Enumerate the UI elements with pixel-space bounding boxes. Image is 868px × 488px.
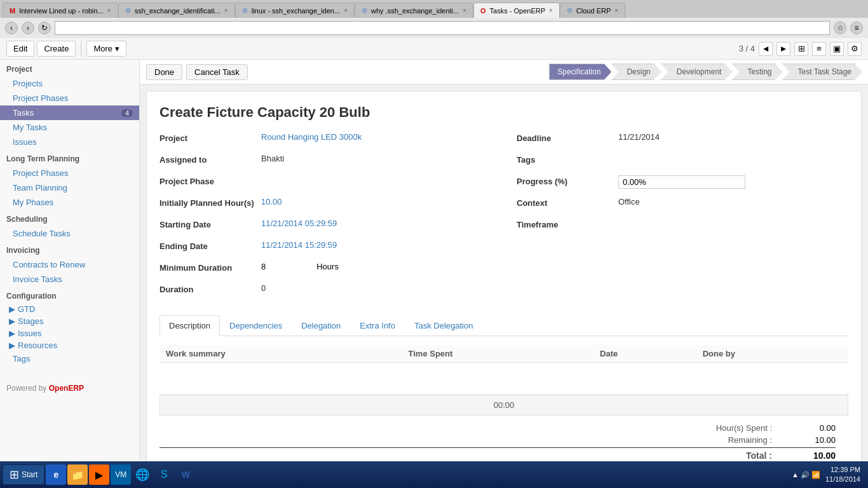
empty-row bbox=[159, 363, 848, 395]
sidebar-item-schedule-tasks[interactable]: Schedule Tasks bbox=[0, 226, 139, 241]
stage-test-task[interactable]: Test Task Stage bbox=[782, 64, 863, 80]
done-button[interactable]: Done bbox=[146, 64, 182, 80]
tab-extra-info[interactable]: Extra Info bbox=[350, 315, 405, 336]
total-label: Total : bbox=[746, 451, 772, 461]
action-bar: Done Cancel Task Specification Design De… bbox=[140, 60, 868, 85]
taskbar: ⊞ Start e 📁 ▶ VM 🌐 S W ▲ 🔊 📶 12:39 PM 11… bbox=[0, 461, 868, 488]
taskbar-skype[interactable]: S bbox=[154, 464, 174, 485]
sidebar-section-scheduling: Scheduling bbox=[0, 210, 139, 226]
stage-design[interactable]: Design bbox=[611, 64, 661, 80]
tab-cloud[interactable]: ⊛ Cloud ERP × bbox=[560, 3, 625, 18]
tab-ssh3[interactable]: ⊛ why .ssh_exchange_identi... × bbox=[355, 3, 473, 18]
sidebar-item-tags[interactable]: Tags bbox=[0, 351, 139, 366]
taskbar-ie[interactable]: e bbox=[46, 464, 66, 485]
min-duration-label: Minimum Duration bbox=[159, 262, 261, 273]
form-fields: Project Round Hanging LED 3000k Assigned… bbox=[159, 132, 848, 305]
sidebar-item-invoice-tasks[interactable]: Invoice Tasks bbox=[0, 272, 139, 287]
edit-button[interactable]: Edit bbox=[6, 41, 34, 57]
close-icon[interactable]: × bbox=[107, 7, 111, 14]
initially-planned-value: 10.00 bbox=[261, 197, 491, 207]
assigned-to-field-row: Assigned to Bhakti bbox=[159, 154, 491, 169]
taskbar-media[interactable]: ▶ bbox=[89, 464, 109, 485]
sidebar-item-contracts[interactable]: Contracts to Renew bbox=[0, 257, 139, 272]
duration-label: Duration bbox=[159, 283, 261, 294]
tab-ssh1[interactable]: ⊛ ssh_exchange_identificati... × bbox=[118, 3, 235, 18]
task-form: Create Ficture Capacity 20 Bulb Project … bbox=[146, 91, 862, 483]
forward-button[interactable]: › bbox=[22, 22, 34, 34]
close-icon[interactable]: × bbox=[614, 7, 618, 14]
stage-testing[interactable]: Testing bbox=[731, 64, 782, 80]
close-icon[interactable]: × bbox=[549, 7, 553, 14]
progress-input[interactable] bbox=[618, 175, 745, 189]
form-title: Create Ficture Capacity 20 Bulb bbox=[159, 104, 848, 121]
progress-value-container bbox=[618, 175, 745, 189]
next-page-button[interactable]: ► bbox=[776, 42, 790, 56]
sidebar-item-stages[interactable]: ▶ Stages bbox=[0, 315, 139, 327]
tab-dependencies[interactable]: Dependencies bbox=[220, 315, 292, 336]
context-value: Office bbox=[618, 197, 848, 207]
initially-planned-label: Initially Planned Hour(s) bbox=[159, 197, 261, 208]
sidebar-item-my-tasks[interactable]: My Tasks bbox=[0, 120, 139, 135]
project-value[interactable]: Round Hanging LED 3000k bbox=[261, 132, 491, 142]
sidebar-item-tasks[interactable]: Tasks 4 bbox=[0, 105, 139, 120]
tab-icon: ⊛ bbox=[242, 6, 248, 15]
project-phase-field-row: Project Phase bbox=[159, 175, 491, 191]
sidebar-item-my-phases[interactable]: My Phases bbox=[0, 195, 139, 210]
sidebar-item-issues[interactable]: Issues bbox=[0, 135, 139, 149]
remaining-row: Remaining : 10.00 bbox=[159, 435, 836, 445]
taskbar-folder[interactable]: 📁 bbox=[67, 464, 88, 485]
form-view-button[interactable]: ▣ bbox=[830, 42, 844, 56]
col-work-summary: Work summary bbox=[159, 345, 402, 363]
timeframe-field-row: Timeframe bbox=[517, 219, 848, 234]
tab-gmail[interactable]: M Interview Lined up - robin... × bbox=[3, 3, 118, 18]
list-view-button[interactable]: ≡ bbox=[812, 42, 826, 56]
total-value: 10.00 bbox=[797, 451, 836, 461]
work-summary-table: Work summary Time Spent Date Done by bbox=[159, 345, 848, 395]
grid-view-button[interactable]: ⊞ bbox=[794, 42, 808, 56]
taskbar-word[interactable]: W bbox=[175, 464, 196, 485]
start-button[interactable]: ⊞ Start bbox=[3, 464, 44, 485]
tags-label: Tags bbox=[517, 154, 618, 165]
arrow-icon: ▶ bbox=[9, 329, 15, 338]
ending-date-label: Ending Date bbox=[159, 240, 261, 251]
page-info: 3 / 4 bbox=[739, 44, 755, 53]
stage-development[interactable]: Development bbox=[661, 64, 733, 80]
tab-label: Interview Lined up - robin... bbox=[19, 7, 104, 15]
tab-openerp[interactable]: O Tasks - OpenERP × bbox=[473, 3, 560, 18]
project-phase-label: Project Phase bbox=[159, 175, 261, 186]
address-bar-input[interactable]: 192.168.1.23:8069/?db=test_project#id=12… bbox=[55, 21, 830, 35]
sidebar-item-ltp-phases[interactable]: Project Phases bbox=[0, 166, 139, 180]
refresh-button[interactable]: ↻ bbox=[38, 22, 51, 34]
prev-page-button[interactable]: ◄ bbox=[759, 42, 773, 56]
bookmark-button[interactable]: ☆ bbox=[834, 22, 846, 34]
taskbar-vm[interactable]: VM bbox=[111, 464, 131, 485]
sidebar-item-team-planning[interactable]: Team Planning bbox=[0, 180, 139, 195]
extra-button[interactable]: ⚙ bbox=[848, 42, 862, 56]
more-button[interactable]: More ▾ bbox=[86, 41, 126, 57]
tab-task-delegation[interactable]: Task Delegation bbox=[405, 315, 483, 336]
taskbar-chrome[interactable]: 🌐 bbox=[132, 464, 153, 485]
stage-specification[interactable]: Specification bbox=[549, 64, 611, 80]
back-button[interactable]: ‹ bbox=[5, 22, 18, 34]
left-fields: Project Round Hanging LED 3000k Assigned… bbox=[159, 132, 491, 305]
create-button[interactable]: Create bbox=[37, 41, 76, 57]
toolbar-separator bbox=[81, 41, 81, 57]
sidebar-item-resources[interactable]: ▶ Resources bbox=[0, 339, 139, 351]
tab-ssh2[interactable]: ⊛ linux - ssh_exchange_iden... × bbox=[235, 3, 355, 18]
close-icon[interactable]: × bbox=[224, 7, 228, 14]
cancel-task-button[interactable]: Cancel Task bbox=[186, 64, 248, 80]
sidebar-item-gtd[interactable]: ▶ GTD bbox=[0, 303, 139, 315]
progress-field-row: Progress (%) bbox=[517, 175, 848, 191]
sidebar-section-invoicing: Invoicing bbox=[0, 241, 139, 257]
close-icon[interactable]: × bbox=[463, 7, 466, 14]
project-field-row: Project Round Hanging LED 3000k bbox=[159, 132, 491, 147]
timeframe-label: Timeframe bbox=[517, 219, 618, 229]
sidebar-item-config-issues[interactable]: ▶ Issues bbox=[0, 327, 139, 339]
sidebar-item-project-phases[interactable]: Project Phases bbox=[0, 91, 139, 105]
starting-date-value: 11/21/2014 05:29:59 bbox=[261, 219, 491, 228]
close-icon[interactable]: × bbox=[344, 7, 348, 14]
settings-button[interactable]: ≡ bbox=[850, 22, 863, 34]
tab-description[interactable]: Description bbox=[159, 315, 220, 336]
tab-delegation[interactable]: Delegation bbox=[292, 315, 350, 336]
sidebar-item-projects[interactable]: Projects bbox=[0, 76, 139, 91]
